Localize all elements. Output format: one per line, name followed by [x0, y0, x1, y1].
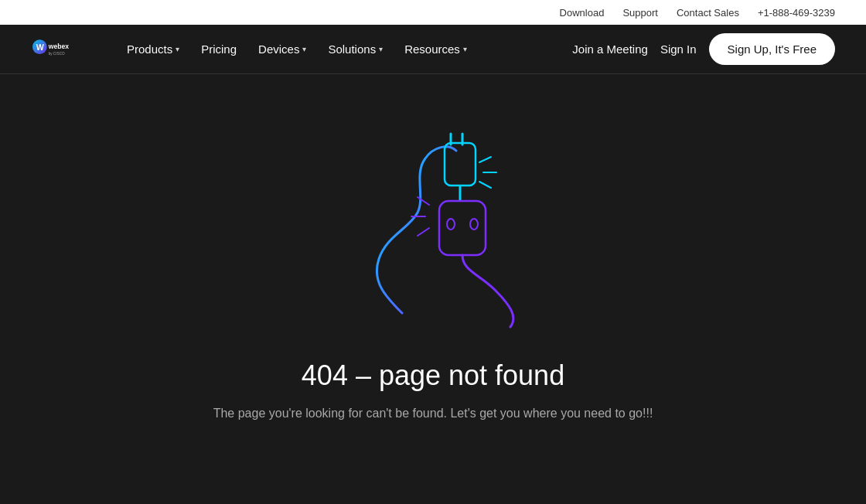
nav-solutions[interactable]: Solutions ▾	[319, 36, 392, 62]
error-subtitle: The page you're looking for can't be fou…	[213, 404, 653, 423]
main-nav: W webex by CISCO Products ▾ Pricing Devi…	[0, 25, 866, 74]
chevron-down-icon: ▾	[176, 45, 179, 53]
logo-link[interactable]: W webex by CISCO	[31, 34, 93, 65]
svg-text:W: W	[36, 42, 45, 51]
svg-line-11	[479, 182, 491, 188]
svg-line-17	[418, 228, 429, 236]
chevron-down-icon: ▾	[302, 45, 306, 53]
nav-links: Products ▾ Pricing Devices ▾ Solutions ▾…	[118, 36, 572, 62]
top-bar: Download Support Contact Sales +1-888-46…	[0, 0, 866, 25]
sign-in-link[interactable]: Sign In	[660, 43, 697, 56]
nav-pricing[interactable]: Pricing	[192, 36, 246, 62]
signup-button[interactable]: Sign Up, It's Free	[709, 33, 835, 65]
phone-link[interactable]: +1-888-469-3239	[758, 7, 835, 19]
support-link[interactable]: Support	[622, 7, 658, 19]
download-link[interactable]: Download	[560, 7, 605, 19]
svg-text:webex: webex	[48, 43, 70, 50]
svg-text:by CISCO: by CISCO	[49, 51, 65, 55]
svg-point-14	[470, 219, 478, 230]
svg-rect-12	[439, 201, 486, 255]
nav-resources[interactable]: Resources ▾	[395, 36, 476, 62]
contact-sales-link[interactable]: Contact Sales	[677, 7, 739, 19]
error-title: 404 – page not found	[302, 359, 564, 392]
nav-devices[interactable]: Devices ▾	[249, 36, 315, 62]
svg-rect-5	[445, 143, 476, 186]
nav-right: Join a Meeting Sign In Sign Up, It's Fre…	[572, 33, 835, 65]
error-illustration	[325, 128, 541, 329]
nav-products[interactable]: Products ▾	[118, 36, 189, 62]
join-meeting-link[interactable]: Join a Meeting	[572, 43, 648, 56]
svg-point-13	[447, 219, 455, 230]
chevron-down-icon: ▾	[463, 45, 467, 53]
webex-logo: W webex by CISCO	[31, 34, 93, 65]
chevron-down-icon: ▾	[379, 45, 383, 53]
hero-section: 404 – page not found The page you're loo…	[0, 74, 866, 461]
svg-line-9	[479, 157, 491, 162]
